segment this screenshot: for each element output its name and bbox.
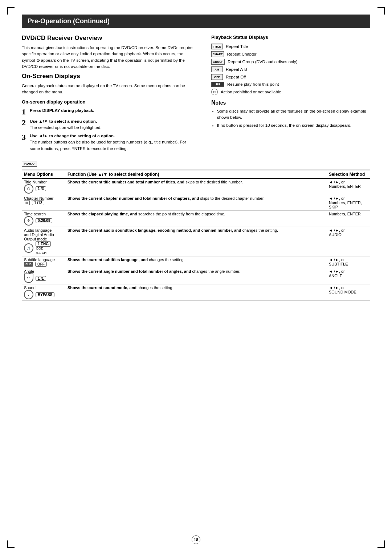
playback-status-title: Playback Status Displays [211, 35, 370, 40]
table-row-sound: Sound ♪ BYPASS Shows the current sound m… [22, 284, 370, 301]
col-header-menu: Menu Options [22, 170, 65, 179]
ab-icon: A B [211, 66, 223, 72]
dvd-v-label: DVD-V [22, 162, 37, 167]
chapt-icon: CHAPT [211, 51, 224, 57]
sel-chapter-number: ◄ /►, orNumbers, ENTER, SKIP [327, 195, 370, 210]
time-val: 0:20:09 [36, 218, 52, 223]
status-label-title: Repeat Title [226, 44, 248, 49]
notes-section: Notes Some discs may not provide all of … [211, 100, 370, 129]
step-3-number: 3 [22, 133, 28, 142]
subtitle-val: OFF [35, 262, 47, 267]
col-header-func: Function (Use ▲/▼ to select desired opti… [65, 170, 327, 179]
menu-time-search: Time search ⏱ 0:20:09 [22, 210, 65, 227]
notes-list: Some discs may not provide all of the fe… [211, 108, 370, 129]
status-label-ab: Repeat A-B [226, 67, 247, 72]
step-2-text: The selected option will be highlighted. [30, 125, 102, 130]
header-title: Pre-Operation (Continued) [28, 17, 110, 25]
title-icon: TITLE [211, 44, 223, 49]
angle-val: 1 /1 [36, 276, 46, 281]
func-sound: Shows the current sound mode, and change… [65, 284, 327, 301]
onscreen-displays-desc: General playback status can be displayed… [22, 83, 197, 96]
off-icon: OFF [211, 74, 223, 80]
group-icon: GROUP [211, 59, 225, 65]
status-label-off: Repeat Off [226, 75, 246, 79]
status-item-prohibited: ⊘ Action prohibited or not available [211, 89, 370, 95]
status-item-off: OFF Repeat Off [211, 74, 370, 80]
dvd-cd-overview-title: DVD/CD Receiver Overview [22, 35, 197, 42]
step-1-number: 1 [22, 108, 28, 116]
step-3: 3 Use ◄/► to change the setting of a opt… [22, 133, 197, 152]
n-letter: N [211, 100, 216, 106]
note-2: If no button is pressed for 10 seconds, … [217, 122, 370, 129]
disc-icon-title: ⊙ [24, 184, 33, 194]
display-op-title: On-screen display operation [22, 99, 197, 105]
step-1: 1 Press DISPLAY during playback. [22, 108, 197, 116]
corner-mark-tl [7, 7, 15, 15]
chapter-val: 1 /12 [32, 200, 44, 205]
dvd-cd-overview-desc: This manual gives basic instructions for… [22, 45, 197, 70]
menu-sound: Sound ♪ BYPASS [22, 284, 65, 301]
step-3-content: Use ◄/► to change the setting of a optio… [30, 133, 197, 152]
left-column: DVD/CD Receiver Overview This manual giv… [22, 35, 197, 154]
table-row-chapter: Chapter Number ▤ 1 /12 Shows the current… [22, 195, 370, 210]
status-label-chapter: Repeat Chapter [227, 52, 256, 56]
step-2-number: 2 [22, 118, 28, 127]
status-item-group: GROUP Repeat Group (DVD audio discs only… [211, 59, 370, 65]
table-row-time: Time search ⏱ 0:20:09 Shows the elapsed … [22, 210, 370, 227]
func-subtitle-language: Shows the current subtitles language, an… [65, 256, 327, 268]
sel-sound: ◄ /►, orSOUND MODE [327, 284, 370, 301]
status-label-prohibited: Action prohibited or not available [221, 90, 281, 94]
step-3-text: The number buttons can be also be used f… [30, 140, 186, 150]
table-header-row: Menu Options Function (Use ▲/▼ to select… [22, 170, 370, 179]
step-2-bold: Use ▲/▼ to select a menu option. [30, 119, 97, 123]
table-row-angle: Angle ⛶ 1 /1 Shows the current angle num… [22, 268, 370, 284]
step-3-bold: Use ◄/► to change the setting of a optio… [30, 134, 115, 138]
sound-val: BYPASS [36, 292, 54, 297]
func-title-number: Shows the current title number and total… [65, 178, 327, 195]
col-header-sel: Selection Method [327, 170, 370, 179]
audio-icon: 🎵 [24, 243, 33, 253]
note-1: Some discs may not provide all of the fe… [217, 108, 370, 121]
sound-icon: ♪ [24, 290, 33, 299]
menu-audio-language: Audio languageand Digital AudioOutput mo… [22, 227, 65, 256]
step-1-content: Press DISPLAY during playback. [30, 108, 94, 114]
title-val: 1 /3 [36, 186, 46, 191]
step-2: 2 Use ▲/▼ to select a menu option. The s… [22, 118, 197, 131]
func-time-search: Shows the elapsed playing time, and sear… [65, 210, 327, 227]
audio-val: 1 ENG [36, 241, 51, 247]
func-angle: Shows the current angle number and total… [65, 268, 327, 284]
status-label-resume: Resume play from this point [227, 82, 279, 86]
status-item-title: TITLE Repeat Title [211, 44, 370, 49]
corner-mark-bl [7, 540, 15, 548]
onscreen-displays-title: On-Screen Displays [22, 73, 197, 80]
sub-icon: SUB [24, 262, 33, 267]
status-label-group: Repeat Group (DVD audio discs only) [228, 60, 297, 64]
resume-icon: ▮▮▮ [211, 82, 224, 87]
angle-icon: ⛶ [24, 274, 33, 283]
page-header: Pre-Operation (Continued) [22, 15, 370, 28]
step-2-content: Use ▲/▼ to select a menu option. The sel… [30, 118, 102, 131]
menu-title-number: Title Number ⊙ 1 /3 [22, 178, 65, 195]
clock-icon: ⏱ [24, 216, 33, 226]
menu-angle: Angle ⛶ 1 /1 [22, 268, 65, 284]
film-icon: ▤ [24, 200, 30, 205]
menu-options-table: Menu Options Function (Use ▲/▼ to select… [22, 170, 370, 301]
right-column: Playback Status Displays TITLE Repeat Ti… [211, 35, 370, 154]
table-row-audio: Audio languageand Digital AudioOutput mo… [22, 227, 370, 256]
corner-mark-br [377, 540, 385, 548]
status-item-chapter: CHAPT Repeat Chapter [211, 51, 370, 57]
corner-mark-tr [377, 7, 385, 15]
sel-audio-language: ◄ /►, orAUDIO [327, 227, 370, 256]
sel-time-search: Numbers, ENTER [327, 210, 370, 227]
status-item-resume: ▮▮▮ Resume play from this point [211, 82, 370, 87]
page-number: 18 [192, 535, 200, 544]
table-row-title: Title Number ⊙ 1 /3 Shows the current ti… [22, 178, 370, 195]
sel-subtitle-language: ◄ /►, orSUBTITLE [327, 256, 370, 268]
prohibited-icon: ⊘ [211, 89, 218, 95]
func-chapter-number: Shows the current chapter number and tot… [65, 195, 327, 210]
step-1-bold: Press DISPLAY during playback. [30, 108, 94, 113]
sel-title-number: ◄ /►, orNumbers, ENTER [327, 178, 370, 195]
menu-subtitle-language: Subtitle language SUB OFF [22, 256, 65, 268]
notes-title: Notes [211, 100, 370, 106]
otes-text: otes [215, 100, 226, 106]
